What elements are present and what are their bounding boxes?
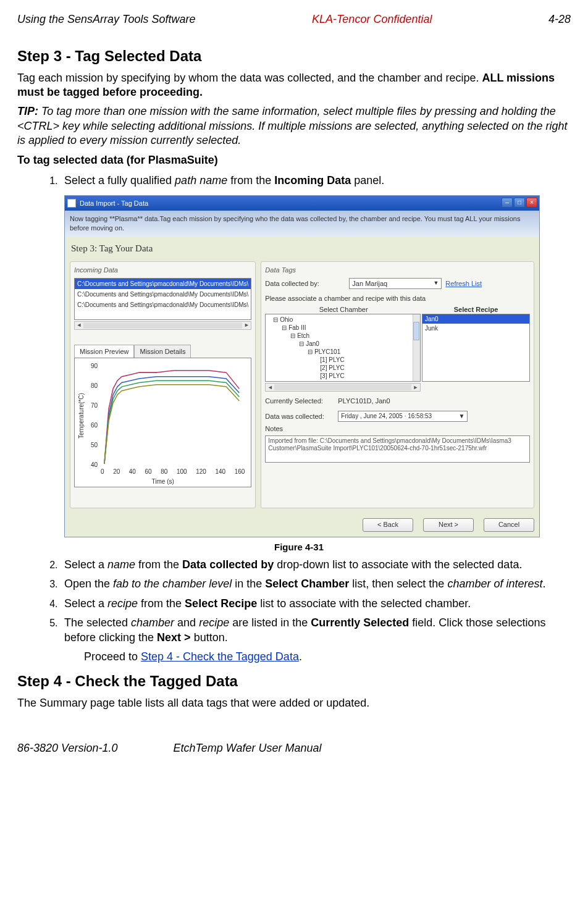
chart-plot-svg xyxy=(103,364,245,466)
tree-node[interactable]: ⊟ PLYC101 xyxy=(268,348,418,356)
wizard-buttons: < Back Next > Cancel xyxy=(65,513,539,537)
scroll-right-icon[interactable]: ► xyxy=(242,322,251,329)
proceed-link[interactable]: Step 4 - Check the Tagged Data xyxy=(141,650,299,663)
wizard-banner: Now tagging **Plasma** data.Tag each mis… xyxy=(65,211,539,237)
chevron-down-icon: ▼ xyxy=(458,412,464,420)
list-h-scrollbar[interactable]: ◄ ► xyxy=(74,321,251,330)
step3-list: Select a fully qualified path name from … xyxy=(17,174,571,664)
tree-node[interactable]: [2] PLYC xyxy=(268,364,418,372)
tab-mission-details[interactable]: Mission Details xyxy=(134,345,191,358)
minimize-button[interactable]: – xyxy=(502,198,513,208)
currently-selected-label: Currently Selected: xyxy=(265,397,334,405)
step3-tip: TIP: To tag more than one mission with t… xyxy=(17,104,571,148)
back-button[interactable]: < Back xyxy=(363,518,413,532)
step3-li3: Open the fab to the chamber level in the… xyxy=(61,577,571,591)
tree-scrollbar[interactable] xyxy=(413,314,420,381)
window-title: Data Import - Tag Data xyxy=(80,199,148,208)
collected-by-combo[interactable]: Jan Marijaq ▼ xyxy=(349,278,442,289)
notes-label: Notes xyxy=(265,424,530,433)
tree-node[interactable]: ⊟ Etch xyxy=(268,332,418,340)
header-center: KLA-Tencor Confidential xyxy=(312,12,432,27)
step3-li5: The selected chamber and recipe are list… xyxy=(61,616,571,664)
chart-x-axis-label: Time (s) xyxy=(75,477,251,485)
step3-subhead: To tag selected data (for PlasmaSuite) xyxy=(17,153,571,167)
figure-caption: Figure 4-31 xyxy=(64,541,571,553)
step4-heading: Step 4 - Check the Tagged Data xyxy=(17,671,571,691)
tree-node[interactable]: ⊟ Fab III xyxy=(268,324,418,332)
chevron-down-icon: ▼ xyxy=(433,280,439,287)
next-button[interactable]: Next > xyxy=(423,518,474,532)
date-collected-label: Data was collected: xyxy=(265,412,334,421)
tree-node[interactable]: [3] PLYC xyxy=(268,372,418,380)
list-item[interactable]: C:\Documents and Settings\pmacdonald\My … xyxy=(75,289,251,300)
cancel-button[interactable]: Cancel xyxy=(484,518,534,532)
list-item[interactable]: C:\Documents and Settings\pmacdonald\My … xyxy=(75,300,251,310)
mission-preview-chart: Temperature(*C) 90 80 70 60 50 40 xyxy=(74,358,251,487)
tip-body: To tag more than one mission with the sa… xyxy=(17,105,567,146)
list-item[interactable]: C:\Documents and Settings\pmacdonald\My … xyxy=(75,279,251,289)
chamber-tree[interactable]: ⊟ Ohio ⊟ Fab III ⊟ Etch ⊟ Jan0 ⊟ PLYC101… xyxy=(265,314,421,382)
incoming-data-head: Incoming Data xyxy=(74,266,251,274)
tree-node[interactable]: [1] PLYC xyxy=(268,356,418,364)
tree-node[interactable]: [4] PLYC xyxy=(268,380,418,382)
scroll-right-icon[interactable]: ► xyxy=(411,384,420,392)
collected-by-label: Data collected by: xyxy=(265,279,345,288)
step3-heading: Step 3 - Tag Selected Data xyxy=(17,46,571,65)
recipe-listbox[interactable]: Jan0 Junk xyxy=(422,314,530,382)
tree-node[interactable]: ⊟ Jan0 xyxy=(268,340,418,348)
mission-tabs: Mission Preview Mission Details xyxy=(74,345,251,358)
step3-li4: Select a recipe from the Select Recipe l… xyxy=(61,597,571,611)
scroll-left-icon[interactable]: ◄ xyxy=(266,384,274,392)
notes-textarea[interactable]: Imported from file: C:\Documents and Set… xyxy=(265,435,530,463)
associate-text: Please associate a chamber and recipe wi… xyxy=(265,294,530,303)
step3-intro: Tag each mission by specifying by whom t… xyxy=(17,71,571,100)
select-recipe-head: Select Recipe xyxy=(422,305,530,314)
step4-body: The Summary page table lists all data ta… xyxy=(17,696,571,710)
incoming-data-panel: Incoming Data C:\Documents and Settings\… xyxy=(70,261,256,508)
proceed-line: Proceed to Step 4 - Check the Tagged Dat… xyxy=(84,650,571,664)
data-tags-panel: Data Tags Data collected by: Jan Marijaq… xyxy=(261,261,534,508)
footer-left: 86-3820 Version-1.0 xyxy=(17,741,117,755)
tree-h-scrollbar[interactable]: ◄ ► xyxy=(265,383,421,392)
window-titlebar[interactable]: Data Import - Tag Data – □ × xyxy=(65,196,539,211)
incoming-data-listbox[interactable]: C:\Documents and Settings\pmacdonald\My … xyxy=(74,278,251,320)
tab-mission-preview[interactable]: Mission Preview xyxy=(74,345,134,358)
tree-node[interactable]: ⊟ Ohio xyxy=(268,316,418,324)
refresh-list-link[interactable]: Refresh List xyxy=(445,279,482,288)
scroll-left-icon[interactable]: ◄ xyxy=(75,322,83,329)
step3-intro-a: Tag each mission by specifying by whom t… xyxy=(17,72,482,84)
date-collected-field[interactable]: Friday , June 24, 2005 · 16:58:53 ▼ xyxy=(338,411,468,422)
list-item[interactable]: Jan0 xyxy=(422,314,529,324)
page-footer: 86-3820 Version-1.0 EtchTemp Wafer User … xyxy=(17,741,571,755)
header-left: Using the SensArray Tools Software xyxy=(17,12,195,27)
close-button[interactable]: × xyxy=(526,198,537,208)
window-icon xyxy=(67,199,76,208)
step3-li1: Select a fully qualified path name from … xyxy=(61,174,571,553)
screenshot-data-import: Data Import - Tag Data – □ × Now tagging… xyxy=(64,195,540,537)
step3-li2: Select a name from the Data collected by… xyxy=(61,558,571,572)
footer-center: EtchTemp Wafer User Manual xyxy=(173,741,321,755)
data-tags-head: Data Tags xyxy=(265,266,530,274)
tip-label: TIP: xyxy=(17,105,38,117)
select-chamber-head: Select Chamber xyxy=(265,305,422,314)
page-header: Using the SensArray Tools Software KLA-T… xyxy=(17,12,571,27)
wizard-step-title: Step 3: Tag Your Data xyxy=(65,237,539,259)
chart-y-axis-label: Temperature(*C) xyxy=(77,393,85,439)
header-right: 4-28 xyxy=(548,12,571,27)
currently-selected-value: PLYC101D, Jan0 xyxy=(338,397,390,405)
list-item[interactable]: Junk xyxy=(422,324,529,333)
maximize-button[interactable]: □ xyxy=(514,198,525,208)
